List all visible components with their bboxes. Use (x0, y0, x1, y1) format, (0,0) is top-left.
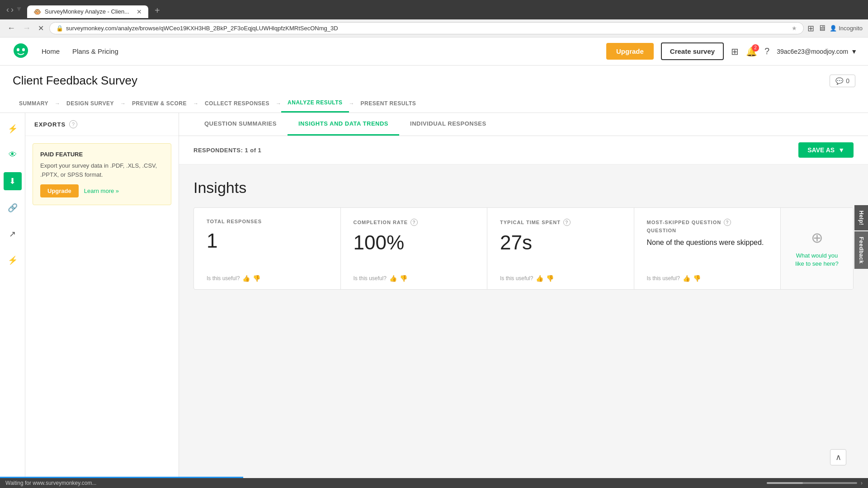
page-header: Client Feedback Survey 💬 0 SUMMARY → DES… (0, 66, 868, 113)
card-completion-rate: COMPLETION RATE ? 100% Is this useful? 👍… (341, 208, 488, 289)
user-menu[interactable]: 39ac6e23@moodjoy.com ▼ (777, 48, 857, 55)
scroll-to-top-button[interactable]: ∧ (830, 449, 846, 465)
paid-feature-box: PAID FEATURE Export your survey data in … (33, 143, 171, 205)
nav-back-button[interactable]: ← (5, 23, 17, 34)
save-as-dropdown-icon: ▼ (838, 146, 844, 154)
workflow-step-preview[interactable]: PREVIEW & SCORE (126, 95, 193, 112)
card-total-responses: TOTAL RESPONSES 1 Is this useful? 👍 👎 (194, 208, 341, 289)
nav-right: Upgrade Create survey ⊞ 🔔 2 ? 39ac6e23@m… (606, 42, 857, 60)
share-icon-btn[interactable]: ↗ (5, 225, 19, 243)
help-button[interactable]: ? (764, 46, 769, 56)
survey-title-row: Client Feedback Survey 💬 0 (13, 74, 855, 94)
exports-info-icon[interactable]: ? (69, 120, 77, 128)
nav-plans-link[interactable]: Plans & Pricing (72, 47, 118, 55)
icon-sidebar: ⚡ 👁 ⬇ 🔗 ↗ ⚡ (0, 113, 25, 488)
card-time-label: TYPICAL TIME SPENT ? (500, 219, 621, 226)
exports-header: EXPORTS ? (25, 113, 179, 136)
comment-badge[interactable]: 💬 0 (830, 75, 855, 87)
cast-button[interactable]: 🖥 (818, 23, 826, 33)
scroll-bar-indicator[interactable] (767, 482, 857, 484)
apps-grid-button[interactable]: ⊞ (731, 46, 739, 57)
time-thumb-down[interactable]: 👎 (546, 275, 554, 282)
filter-icon-btn[interactable]: ⚡ (4, 120, 21, 137)
paid-feature-title: PAID FEATURE (40, 151, 164, 158)
link-icon-btn[interactable]: 🔗 (4, 199, 21, 216)
skipped-thumb-down[interactable]: 👎 (693, 275, 701, 282)
arrow-1: → (55, 100, 60, 107)
time-info-icon[interactable]: ? (563, 219, 571, 226)
workflow-step-present[interactable]: PRESENT RESULTS (354, 95, 423, 112)
paid-feature-text: Export your survey data in .PDF, .XLS, .… (40, 161, 164, 179)
url-text: surveymonkey.com/analyze/browse/qWCeo19K… (66, 25, 789, 32)
tab-insights-data-trends[interactable]: INSIGHTS AND DATA TRENDS (288, 113, 399, 136)
svg-point-2 (22, 48, 25, 51)
notification-badge: 2 (752, 44, 759, 52)
upgrade-feature-button[interactable]: Upgrade (40, 184, 79, 197)
total-thumb-up[interactable]: 👍 (242, 275, 250, 282)
incognito-indicator: 👤 Incognito (830, 25, 863, 32)
left-panel: EXPORTS ? PAID FEATURE Export your surve… (25, 113, 179, 488)
status-text: Waiting for www.surveymonkey.com... (5, 480, 96, 486)
svg-point-1 (17, 48, 19, 51)
save-as-button[interactable]: SAVE AS ▼ (798, 142, 854, 158)
nav-forward-button[interactable]: → (21, 23, 33, 34)
card-completion-label: COMPLETION RATE ? (354, 219, 475, 226)
survey-title: Client Feedback Survey (13, 74, 137, 88)
tab-favicon: 🐵 (33, 8, 41, 15)
nav-reload-button[interactable]: ✕ (36, 23, 46, 33)
learn-more-link[interactable]: Learn more » (84, 188, 119, 194)
skipped-info-icon[interactable]: ? (724, 219, 731, 226)
browser-tabs-bar: ‹ › ▼ 🐵 SurveyMonkey Analyze - Clien... … (0, 0, 868, 19)
bookmark-icon[interactable]: ★ (792, 25, 797, 32)
notifications-button[interactable]: 🔔 2 (746, 46, 757, 57)
new-tab-button[interactable]: + (150, 4, 165, 19)
status-bar-scroll: › (767, 480, 863, 486)
respondents-bar: RESPONDENTS: 1 of 1 SAVE AS ▼ (179, 136, 868, 164)
tab-individual-responses[interactable]: INDIVIDUAL RESPONSES (399, 113, 497, 136)
add-widget-card[interactable]: ⊕ What would you like to see here? (781, 208, 853, 289)
completion-thumb-down[interactable]: 👎 (400, 275, 407, 282)
card-time-spent: TYPICAL TIME SPENT ? 27s Is this useful?… (487, 208, 634, 289)
card-time-footer: Is this useful? 👍 👎 (500, 275, 554, 282)
extensions-button[interactable]: ⊞ (807, 23, 814, 33)
card-skipped-sub: QUESTION (647, 228, 768, 233)
help-tab[interactable]: Help! (854, 205, 868, 231)
save-as-label: SAVE AS (807, 146, 835, 154)
card-skipped-description: None of the questions were skipped. (647, 238, 768, 248)
arrow-4: → (276, 100, 281, 107)
workflow-step-analyze[interactable]: ANALYZE RESULTS (281, 94, 349, 113)
download-icon-btn[interactable]: ⬇ (4, 172, 22, 190)
card-most-skipped: MOST-SKIPPED QUESTION ? QUESTION None of… (634, 208, 781, 289)
browser-tab-active[interactable]: 🐵 SurveyMonkey Analyze - Clien... ✕ (27, 5, 148, 18)
nav-home-link[interactable]: Home (42, 47, 60, 55)
main-content: QUESTION SUMMARIES INSIGHTS AND DATA TRE… (179, 113, 868, 488)
help-sidebar: Help! Feedback (854, 205, 868, 269)
tab-close-icon[interactable]: ✕ (137, 8, 142, 15)
workflow-step-summary[interactable]: SUMMARY (13, 95, 55, 112)
status-bar: Waiting for www.surveymonkey.com... › (0, 478, 868, 488)
nav-logo[interactable] (11, 42, 31, 61)
browser-url-bar-row: ← → ✕ 🔒 surveymonkey.com/analyze/browse/… (0, 19, 868, 38)
workflow-steps: SUMMARY → DESIGN SURVEY → PREVIEW & SCOR… (13, 94, 855, 113)
upgrade-button[interactable]: Upgrade (606, 43, 654, 60)
time-thumb-up[interactable]: 👍 (536, 275, 543, 282)
exports-title: EXPORTS (34, 121, 66, 128)
completion-info-icon[interactable]: ? (410, 219, 418, 226)
eye-icon-btn[interactable]: 👁 (5, 146, 20, 163)
main-nav: Home Plans & Pricing Upgrade Create surv… (0, 38, 868, 66)
tab-title: SurveyMonkey Analyze - Clien... (45, 8, 129, 15)
workflow-step-collect[interactable]: COLLECT RESPONSES (198, 95, 276, 112)
workflow-step-design[interactable]: DESIGN SURVEY (60, 95, 120, 112)
bolt-icon-btn[interactable]: ⚡ (4, 252, 21, 269)
create-survey-button[interactable]: Create survey (661, 42, 724, 60)
feedback-tab[interactable]: Feedback (854, 231, 868, 269)
total-thumb-down[interactable]: 👎 (253, 275, 260, 282)
card-time-value: 27s (500, 231, 621, 254)
arrow-3: → (193, 100, 198, 107)
url-bar[interactable]: 🔒 surveymonkey.com/analyze/browse/qWCeo1… (49, 22, 804, 34)
paid-feature-actions: Upgrade Learn more » (40, 184, 164, 197)
card-total-footer: Is this useful? 👍 👎 (207, 275, 260, 282)
skipped-thumb-up[interactable]: 👍 (683, 275, 690, 282)
completion-thumb-up[interactable]: 👍 (389, 275, 397, 282)
tab-question-summaries[interactable]: QUESTION SUMMARIES (193, 113, 288, 136)
